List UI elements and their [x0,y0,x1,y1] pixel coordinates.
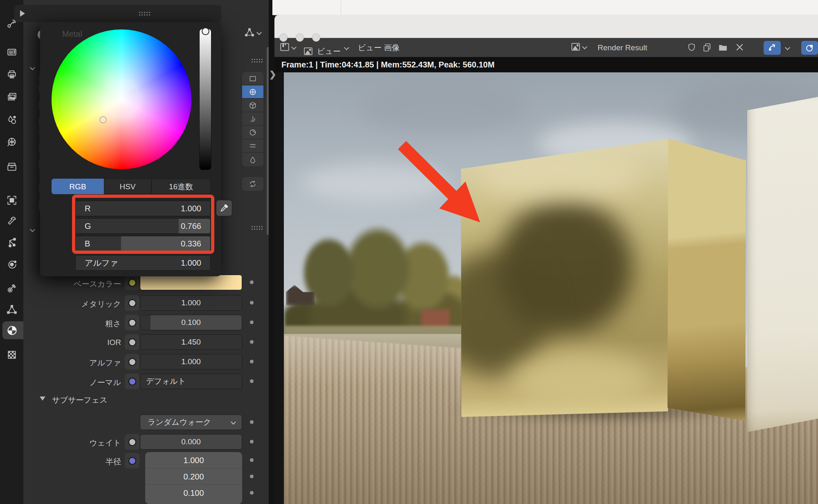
render-window: Blender レンダー ビュー ビュー 画像 Render Result [274,15,818,504]
alpha-slider[interactable]: 1.000 [140,354,242,370]
popup-drag-grip[interactable] [139,12,140,13]
properties-tab-rail [0,0,23,504]
roughness-slider[interactable]: 0.100 [140,315,242,330]
ior-socket[interactable] [125,334,139,350]
tab-output[interactable] [6,69,18,80]
subsurface-method-dropdown[interactable]: ランダムウォーク [140,414,242,430]
panel-drag-grip[interactable] [252,226,253,227]
decorator-dot[interactable] [250,420,254,424]
preview-hair-button[interactable] [242,112,263,125]
picker-alpha-label: アルファ [85,255,118,270]
roughness-socket[interactable] [125,315,139,330]
gizmo-icon [767,43,777,53]
image-datablock-dropdown[interactable] [571,42,587,52]
tab-hsv[interactable]: HSV [104,179,151,194]
preview-shaderball-button[interactable] [242,126,263,139]
tab-view-layer[interactable] [6,91,18,103]
normal-socket[interactable] [125,374,139,389]
tab-object-data[interactable] [6,304,18,315]
socket-icon [128,438,136,446]
base-color-swatch[interactable] [140,275,242,290]
tab-physics[interactable] [6,259,18,270]
fake-user-button[interactable] [687,43,697,54]
tab-rgb[interactable]: RGB [52,179,104,194]
alpha-socket[interactable] [125,354,139,370]
chevron-down-icon [785,45,790,50]
tab-collection[interactable] [6,161,18,172]
preview-cube-button[interactable] [242,99,263,112]
gizmo-toggle-button[interactable] [764,41,781,55]
preview-render-loop-button[interactable] [242,177,263,191]
overlays-icon [805,43,815,53]
tab-modifiers[interactable] [6,215,18,226]
region-toggle-arrow[interactable]: ❯ [269,69,276,79]
radius-z-value[interactable]: 0.100 [145,485,242,501]
tab-world[interactable] [6,137,18,148]
render-viewport[interactable] [274,72,818,504]
tab-material[interactable] [6,325,18,336]
copy-icon [702,43,712,52]
data-breadcrumb-icon-group[interactable] [245,26,267,38]
decorator-dot[interactable] [250,280,254,284]
minimize-button[interactable] [296,34,304,42]
popup-collapsed-panel-bar[interactable] [14,5,221,22]
unlink-button[interactable] [735,43,744,54]
tab-constraints[interactable] [6,282,18,294]
value-slider[interactable] [199,29,211,170]
decorator-dot[interactable] [250,379,254,383]
decorator-dot[interactable] [250,340,254,344]
decorator-dot[interactable] [250,491,254,495]
picker-alpha-slider[interactable]: アルファ 1.000 [75,255,211,271]
window-titlebar[interactable] [274,15,818,38]
chevron-down-icon [582,44,587,49]
value-slider-handle[interactable] [202,27,209,35]
decorator-dot[interactable] [250,440,254,444]
subsurface-panel-header[interactable]: サブサーフェス [40,395,162,405]
radius-vector-field[interactable]: 1.000 0.200 0.100 [145,452,242,504]
tab-render[interactable] [6,46,18,58]
tab-object[interactable] [6,195,18,206]
decorator-dot[interactable] [250,360,254,363]
tab-hex[interactable]: 16進数 [151,179,211,194]
panel-drag-grip[interactable] [252,59,253,60]
radius-y-value[interactable]: 0.200 [145,468,242,485]
image-editor-icon [279,42,290,52]
decorator-dot[interactable] [250,458,254,462]
radius-x-value[interactable]: 1.000 [145,452,242,468]
preview-fluid-button[interactable] [242,153,263,166]
chevron-down-icon [231,419,236,425]
tab-scene[interactable] [6,114,18,125]
menu-image[interactable]: 画像 [384,38,400,57]
ior-field[interactable]: 1.450 [140,334,242,350]
decorator-dot[interactable] [250,475,254,478]
color-wheel[interactable] [52,29,191,169]
color-wheel-cursor[interactable] [100,117,106,123]
duplicate-image-button[interactable] [702,43,712,54]
weight-slider[interactable]: 0.000 [140,434,242,450]
socket-icon [128,338,136,346]
eyedropper-button[interactable] [216,200,232,216]
weight-label: ウェイト [25,438,121,448]
preview-cloth-button[interactable] [242,139,263,152]
weight-socket[interactable] [125,434,139,450]
metallic-slider[interactable]: 1.000 [140,295,242,311]
open-image-button[interactable] [718,43,728,54]
datablock-name[interactable]: Render Result [598,38,647,57]
preview-flat-button[interactable] [242,72,263,85]
metallic-socket[interactable] [125,295,139,311]
image-icon [303,46,313,56]
base-color-socket[interactable] [125,275,139,290]
zoom-button[interactable] [312,34,320,42]
radius-socket[interactable] [125,453,139,468]
menu-view[interactable]: ビュー [358,38,382,57]
decorator-dot[interactable] [250,320,254,324]
editor-type-dropdown[interactable] [279,42,296,52]
metallic-label: メタリック [25,299,121,309]
decorator-dot[interactable] [250,301,254,305]
tab-texture[interactable] [6,349,18,361]
overlays-toggle-button[interactable] [801,41,818,55]
close-button[interactable] [279,34,288,42]
preview-sphere-button[interactable] [242,85,263,98]
tab-particles[interactable] [6,237,18,249]
normal-field[interactable]: デフォルト [140,374,242,389]
